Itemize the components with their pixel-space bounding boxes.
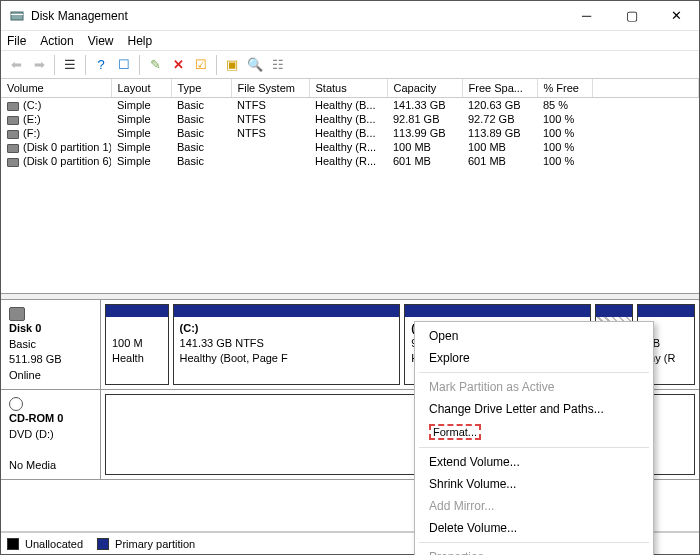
col-type[interactable]: Type (171, 79, 231, 98)
col-free[interactable]: Free Spa... (462, 79, 537, 98)
table-row[interactable]: (E:)SimpleBasicNTFSHealthy (B...92.81 GB… (1, 112, 699, 126)
app-icon (9, 8, 25, 24)
ctx-shrink[interactable]: Shrink Volume... (415, 473, 653, 495)
menu-help[interactable]: Help (128, 34, 153, 48)
ctx-add-mirror: Add Mirror... (415, 495, 653, 517)
volume-icon (7, 144, 19, 153)
delete-icon[interactable]: ✕ (167, 54, 189, 76)
toolbar: ⬅ ➡ ☰ ? ☐ ✎ ✕ ☑ ▣ 🔍 ☷ (1, 51, 699, 79)
legend-swatch-primary (97, 538, 109, 550)
disk-type: DVD (D:) (9, 428, 54, 440)
disk-size: 511.98 GB (9, 353, 62, 365)
menu-file[interactable]: File (7, 34, 26, 48)
volume-icon (7, 130, 19, 139)
back-icon[interactable]: ⬅ (5, 54, 27, 76)
disk-header-1[interactable]: CD-ROM 0 DVD (D:) No Media (1, 390, 101, 479)
separator (216, 55, 217, 75)
col-volume[interactable]: Volume (1, 79, 111, 98)
menu-view[interactable]: View (88, 34, 114, 48)
ctx-change-letter[interactable]: Change Drive Letter and Paths... (415, 398, 653, 420)
disk-name: CD-ROM 0 (9, 412, 63, 424)
col-filesystem[interactable]: File System (231, 79, 309, 98)
window-title: Disk Management (31, 9, 564, 23)
volume-list[interactable]: Volume Layout Type File System Status Ca… (1, 79, 699, 294)
partition[interactable]: (C:)141.33 GB NTFSHealthy (Boot, Page F (173, 304, 401, 385)
legend-label-primary: Primary partition (115, 538, 195, 550)
col-pctfree[interactable]: % Free (537, 79, 592, 98)
disk-type: Basic (9, 338, 36, 350)
disk-icon (9, 307, 25, 321)
close-button[interactable]: ✕ (654, 1, 699, 30)
disk-status: Online (9, 369, 41, 381)
table-row[interactable]: (Disk 0 partition 1)SimpleBasicHealthy (… (1, 140, 699, 154)
table-row[interactable]: (Disk 0 partition 6)SimpleBasicHealthy (… (1, 154, 699, 168)
ctx-separator (419, 372, 649, 373)
menubar: File Action View Help (1, 31, 699, 51)
minimize-button[interactable]: ─ (564, 1, 609, 30)
ctx-separator (419, 447, 649, 448)
partition-bar (596, 305, 632, 317)
properties-icon[interactable]: ☷ (267, 54, 289, 76)
partition-bar (638, 305, 694, 317)
partition-bar (174, 305, 400, 317)
col-layout[interactable]: Layout (111, 79, 171, 98)
separator (85, 55, 86, 75)
partition-bar (405, 305, 590, 317)
svg-rect-0 (11, 12, 23, 20)
disk-name: Disk 0 (9, 322, 41, 334)
refresh-icon[interactable]: ☐ (113, 54, 135, 76)
ctx-separator (419, 542, 649, 543)
ctx-properties: Properties (415, 546, 653, 555)
ctx-extend[interactable]: Extend Volume... (415, 451, 653, 473)
context-menu: Open Explore Mark Partition as Active Ch… (414, 321, 654, 555)
ctx-explore[interactable]: Explore (415, 347, 653, 369)
search-icon[interactable]: 🔍 (244, 54, 266, 76)
help-icon[interactable]: ? (90, 54, 112, 76)
menu-action[interactable]: Action (40, 34, 73, 48)
ctx-format-label: Format... (429, 424, 481, 440)
svg-rect-1 (11, 14, 23, 15)
forward-icon[interactable]: ➡ (28, 54, 50, 76)
maximize-button[interactable]: ▢ (609, 1, 654, 30)
disk-management-window: Disk Management ─ ▢ ✕ File Action View H… (0, 0, 700, 555)
titlebar: Disk Management ─ ▢ ✕ (1, 1, 699, 31)
partition-bar (106, 305, 168, 317)
disk-status: No Media (9, 459, 56, 471)
show-hide-icon[interactable]: ☰ (59, 54, 81, 76)
volume-icon (7, 102, 19, 111)
partition[interactable]: 100 MHealth (105, 304, 169, 385)
col-capacity[interactable]: Capacity (387, 79, 462, 98)
volume-icon (7, 158, 19, 167)
separator (139, 55, 140, 75)
separator (54, 55, 55, 75)
volume-icon (7, 116, 19, 125)
col-status[interactable]: Status (309, 79, 387, 98)
table-row[interactable]: (F:)SimpleBasicNTFSHealthy (B...113.99 G… (1, 126, 699, 140)
ctx-format[interactable]: Format... (415, 420, 653, 444)
disk-header-0[interactable]: Disk 0 Basic 511.98 GB Online (1, 300, 101, 389)
scan-icon[interactable]: ✎ (144, 54, 166, 76)
table-row[interactable]: (C:)SimpleBasicNTFSHealthy (B...141.33 G… (1, 98, 699, 113)
ctx-open[interactable]: Open (415, 325, 653, 347)
cdrom-icon (9, 397, 23, 411)
wizard-icon[interactable]: ▣ (221, 54, 243, 76)
ctx-mark-active: Mark Partition as Active (415, 376, 653, 398)
ctx-delete[interactable]: Delete Volume... (415, 517, 653, 539)
check-icon[interactable]: ☑ (190, 54, 212, 76)
legend-swatch-unallocated (7, 538, 19, 550)
legend-label-unallocated: Unallocated (25, 538, 83, 550)
